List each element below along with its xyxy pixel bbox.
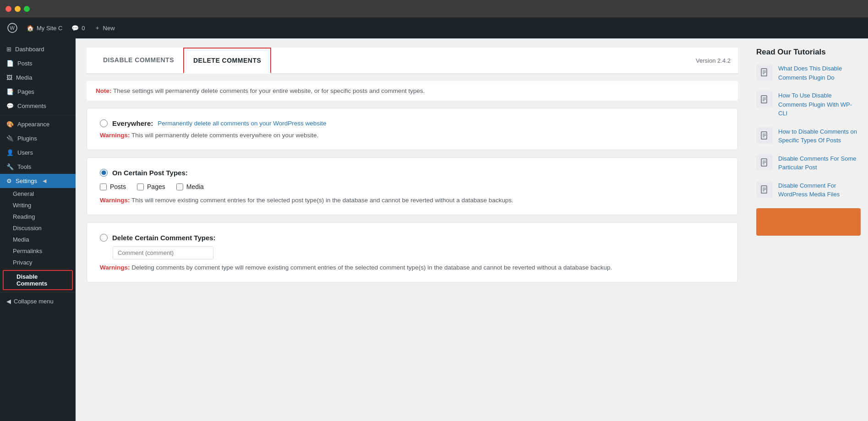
- sidebar-label-plugins: Plugins: [17, 135, 37, 142]
- tutorial-item-3[interactable]: How to Disable Comments on Specific Type…: [756, 127, 861, 145]
- comment-type-input[interactable]: [113, 246, 213, 259]
- sidebar-label-media: Media: [16, 74, 32, 81]
- option-comment-types-label[interactable]: Delete Certain Comment Types:: [112, 234, 216, 242]
- sidebar-item-media[interactable]: 🖼 Media: [0, 70, 76, 85]
- warning-everywhere: Warnings: This will permanently delete c…: [100, 132, 725, 139]
- option-comment-types-row: Delete Certain Comment Types:: [100, 234, 725, 242]
- tutorial-item-2[interactable]: How To Use Disable Comments Plugin With …: [756, 91, 861, 118]
- comment-type-input-wrapper: [113, 246, 725, 259]
- media-icon: 🖼: [6, 74, 12, 81]
- checkbox-pages-label[interactable]: Pages: [147, 183, 165, 190]
- site-name-link[interactable]: 🏠 My Site C: [27, 25, 62, 32]
- radio-everywhere[interactable]: [100, 119, 108, 127]
- option-everywhere-desc: Permanently delete all comments on your …: [158, 120, 326, 127]
- wp-logo-link[interactable]: W: [7, 23, 17, 33]
- users-icon: 👤: [6, 149, 14, 156]
- tutorial-link-5[interactable]: Disable Comment For WordPress Media File…: [778, 181, 861, 199]
- sidebar-label-dashboard: Dashboard: [15, 46, 44, 53]
- main-layout: ⊞ Dashboard 📄 Posts 🖼 Media 📑 Pages 💬 Co…: [0, 38, 868, 421]
- sidebar-item-tools[interactable]: 🔧 Tools: [0, 160, 76, 174]
- sidebar-label-users: Users: [17, 149, 33, 156]
- sidebar-item-pages[interactable]: 📑 Pages: [0, 85, 76, 99]
- new-content-link[interactable]: ＋ New: [94, 24, 115, 32]
- wordpress-icon: W: [7, 23, 17, 33]
- sidebar-sub-media[interactable]: Media: [0, 234, 76, 245]
- document-icon-5: [760, 185, 769, 194]
- checkbox-pages[interactable]: [137, 184, 144, 190]
- sidebar-item-dashboard[interactable]: ⊞ Dashboard: [0, 42, 76, 56]
- sidebar-label-appearance: Appearance: [17, 121, 49, 128]
- check-item-media: Media: [176, 183, 204, 190]
- tutorial-item-5[interactable]: Disable Comment For WordPress Media File…: [756, 181, 861, 199]
- sidebar-sub-permalinks[interactable]: Permalinks: [0, 245, 76, 257]
- comments-count: 0: [82, 25, 85, 32]
- option-everywhere-label[interactable]: Everywhere:: [112, 119, 153, 127]
- sidebar-sub-reading[interactable]: Reading: [0, 211, 76, 222]
- right-sidebar: Read Our Tutorials What Does This Disabl…: [749, 38, 868, 421]
- tutorial-link-4[interactable]: Disable Comments For Some Particular Pos…: [778, 154, 861, 172]
- sidebar-sub-discussion[interactable]: Discussion: [0, 222, 76, 234]
- checkbox-media[interactable]: [176, 184, 183, 190]
- tutorial-icon-4: [756, 154, 773, 171]
- option-post-types-label[interactable]: On Certain Post Types:: [112, 169, 188, 177]
- collapse-label: Collapse menu: [14, 298, 54, 305]
- warning-text-comment-types: Deleting comments by comment type will r…: [131, 264, 612, 271]
- tutorial-icon-2: [756, 91, 773, 108]
- option-everywhere-row: Everywhere: Permanently delete all comme…: [100, 119, 725, 127]
- tab-disable-comments[interactable]: DISABLE COMMENTS: [94, 48, 183, 73]
- sidebar-label-comments: Comments: [17, 103, 46, 109]
- checkbox-posts-label[interactable]: Posts: [110, 183, 126, 190]
- sidebar-sub-disable-comments[interactable]: Disable Comments: [4, 271, 72, 289]
- warning-label-everywhere: Warnings:: [100, 132, 130, 139]
- content-area: DISABLE COMMENTS DELETE COMMENTS Version…: [76, 38, 749, 421]
- tabs-row: DISABLE COMMENTS DELETE COMMENTS Version…: [87, 48, 738, 74]
- admin-bar: W 🏠 My Site C 💬 0 ＋ New: [0, 17, 868, 38]
- sidebar-label-posts: Posts: [17, 60, 33, 67]
- plugin-version: Version 2.4.2: [696, 57, 731, 64]
- tutorial-link-3[interactable]: How to Disable Comments on Specific Type…: [778, 127, 861, 145]
- option-post-types-row: On Certain Post Types:: [100, 169, 725, 177]
- close-button[interactable]: [5, 6, 11, 12]
- sidebar-sub-general[interactable]: General: [0, 188, 76, 200]
- checkbox-media-label[interactable]: Media: [186, 183, 204, 190]
- sidebar-item-posts[interactable]: 📄 Posts: [0, 56, 76, 70]
- tutorial-item-4[interactable]: Disable Comments For Some Particular Pos…: [756, 154, 861, 172]
- plugins-icon: 🔌: [6, 135, 14, 142]
- radio-certain-post-types[interactable]: [100, 169, 108, 177]
- tutorial-icon-3: [756, 127, 773, 144]
- orange-promo-area[interactable]: [756, 208, 861, 236]
- plus-icon: ＋: [94, 24, 100, 32]
- document-icon-4: [760, 158, 769, 167]
- tutorial-icon-5: [756, 181, 773, 198]
- note-label: Note:: [96, 87, 112, 94]
- sidebar-item-plugins[interactable]: 🔌 Plugins: [0, 131, 76, 146]
- minimize-button[interactable]: [15, 6, 21, 12]
- tutorial-icon-1: [756, 64, 773, 81]
- sidebar-sub-writing[interactable]: Writing: [0, 200, 76, 211]
- sidebar: ⊞ Dashboard 📄 Posts 🖼 Media 📑 Pages 💬 Co…: [0, 38, 76, 421]
- maximize-button[interactable]: [24, 6, 30, 12]
- radio-certain-comment-types[interactable]: [100, 234, 108, 242]
- checkbox-posts[interactable]: [100, 184, 107, 190]
- sidebar-item-settings[interactable]: ⚙ Settings ◀: [0, 174, 76, 188]
- sidebar-item-comments[interactable]: 💬 Comments: [0, 99, 76, 113]
- tutorial-link-1[interactable]: What Does This Disable Comments Plugin D…: [778, 64, 861, 82]
- tutorials-title: Read Our Tutorials: [756, 48, 861, 57]
- check-item-pages: Pages: [137, 183, 165, 190]
- comments-icon: 💬: [6, 103, 14, 109]
- collapse-menu-button[interactable]: ◀ Collapse menu: [0, 294, 76, 308]
- tutorial-item-1[interactable]: What Does This Disable Comments Plugin D…: [756, 64, 861, 82]
- comments-link[interactable]: 💬 0: [71, 25, 85, 32]
- new-label: New: [103, 25, 115, 32]
- pages-icon: 📑: [6, 88, 14, 95]
- sidebar-sub-privacy[interactable]: Privacy: [0, 257, 76, 268]
- warning-text-post-types: This will remove existing comment entrie…: [131, 197, 513, 204]
- sidebar-item-users[interactable]: 👤 Users: [0, 146, 76, 160]
- tab-delete-comments[interactable]: DELETE COMMENTS: [183, 48, 271, 74]
- tutorial-link-2[interactable]: How To Use Disable Comments Plugin With …: [778, 91, 861, 118]
- sidebar-item-appearance[interactable]: 🎨 Appearance: [0, 117, 76, 131]
- comment-icon: 💬: [71, 25, 79, 32]
- note-text: These settings will permanently delete c…: [113, 87, 425, 94]
- warning-label-comment-types: Warnings:: [100, 264, 130, 271]
- settings-icon: ⚙: [6, 178, 12, 184]
